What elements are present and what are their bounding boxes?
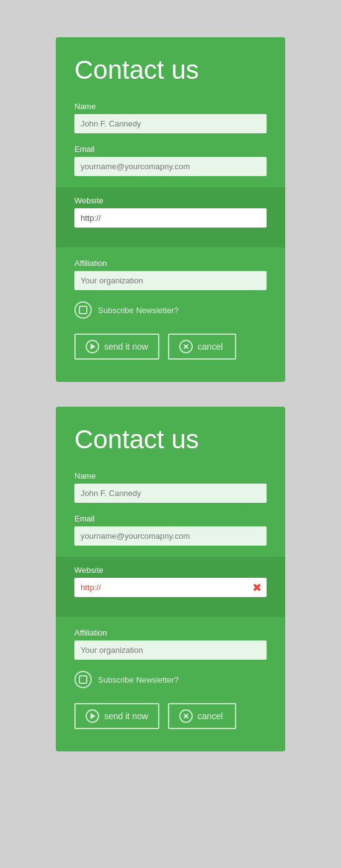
contact-form-1: Contact us Name Email Website Affiliatio…: [56, 37, 285, 382]
cancel-icon-2: [179, 709, 193, 723]
subscribe-label: Subscribe Newsletter?: [98, 306, 179, 315]
affiliation-input-2[interactable]: [74, 640, 267, 660]
cancel-icon-1: [179, 340, 193, 353]
checkbox-inner-2: [79, 675, 87, 684]
subscribe-label-2: Subscribe Newsletter?: [98, 675, 179, 684]
subscribe-row[interactable]: Subscribe Newsletter?: [74, 301, 267, 319]
website-section: Website: [56, 187, 285, 247]
name-label-2: Name: [74, 471, 267, 480]
affiliation-label: Affiliation: [74, 259, 267, 268]
send-button-2[interactable]: send it now: [74, 703, 159, 729]
website-input[interactable]: [74, 208, 267, 228]
affiliation-field-group-2: Affiliation: [74, 628, 267, 660]
contact-form-2: Contact us Name Email Website ✖ Affiliat…: [56, 407, 285, 751]
cancel-button-1[interactable]: cancel: [168, 334, 236, 360]
email-label-2: Email: [74, 514, 267, 523]
affiliation-label-2: Affiliation: [74, 628, 267, 637]
website-label: Website: [74, 196, 267, 205]
email-input-2[interactable]: [74, 526, 267, 546]
affiliation-input[interactable]: [74, 271, 267, 290]
website-input-2[interactable]: [74, 578, 267, 597]
name-input-2[interactable]: [74, 484, 267, 503]
form1-title: Contact us: [74, 56, 267, 84]
cancel-label-1: cancel: [198, 342, 223, 352]
email-field-group-2: Email: [74, 514, 267, 546]
checkbox-inner: [79, 306, 87, 314]
send-label-2: send it now: [104, 711, 148, 721]
button-row-2: send it now cancel: [74, 703, 267, 729]
email-field-group: Email: [74, 144, 267, 176]
subscribe-checkbox-icon: [74, 301, 92, 319]
website-input-wrapper: [74, 208, 267, 228]
name-field-group: Name: [74, 102, 267, 133]
send-button-1[interactable]: send it now: [74, 334, 159, 360]
affiliation-field-group: Affiliation: [74, 259, 267, 290]
send-icon-1: [86, 340, 99, 353]
send-icon-2: [86, 709, 99, 723]
website-input-wrapper-2: ✖: [74, 578, 267, 597]
website-section-2: Website ✖: [56, 557, 285, 617]
name-label: Name: [74, 102, 267, 111]
cancel-label-2: cancel: [198, 711, 223, 721]
send-label-1: send it now: [104, 342, 148, 352]
email-input[interactable]: [74, 157, 267, 176]
subscribe-checkbox-icon-2: [74, 671, 92, 688]
form2-title: Contact us: [74, 425, 267, 454]
email-label: Email: [74, 144, 267, 154]
button-row-1: send it now cancel: [74, 334, 267, 360]
website-field-group: Website: [74, 196, 267, 228]
name-field-group-2: Name: [74, 471, 267, 503]
website-label-2: Website: [74, 565, 267, 575]
cancel-button-2[interactable]: cancel: [168, 703, 236, 729]
name-input[interactable]: [74, 114, 267, 133]
website-field-group-2: Website ✖: [74, 565, 267, 597]
subscribe-row-2[interactable]: Subscribe Newsletter?: [74, 671, 267, 688]
